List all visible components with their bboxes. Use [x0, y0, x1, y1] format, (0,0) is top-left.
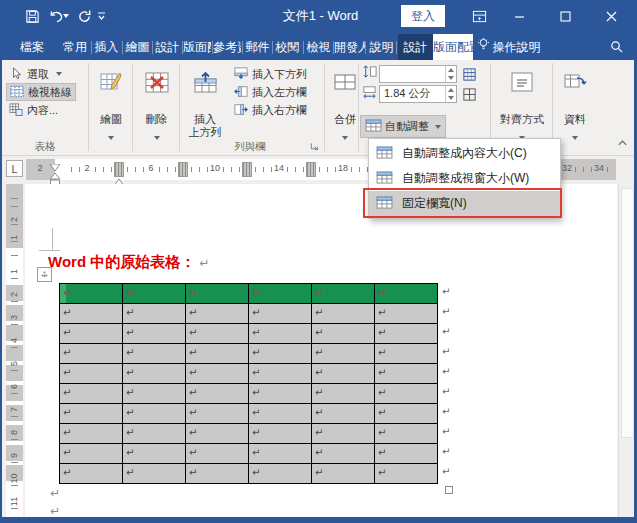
autofit-button[interactable]: 自動調整: [360, 115, 446, 138]
table-cell[interactable]: ↵: [186, 404, 249, 424]
table-cell[interactable]: ↵: [60, 424, 123, 444]
table-cell[interactable]: ↵: [312, 444, 375, 464]
table-cell[interactable]: ↵: [312, 384, 375, 404]
table-move-handle[interactable]: ↔↕: [37, 267, 52, 282]
data-button[interactable]: 資料: [555, 63, 595, 153]
scrollbar-thumb[interactable]: [621, 188, 634, 438]
customize-qat-caret[interactable]: [96, 7, 106, 25]
table-cell[interactable]: ↵: [186, 384, 249, 404]
vertical-ruler[interactable]: 211234567891011: [6, 184, 23, 517]
table-cell[interactable]: ↵: [312, 344, 375, 364]
table-cell[interactable]: ↵: [186, 444, 249, 464]
minimize-button[interactable]: [504, 0, 534, 32]
tab-操作說明[interactable]: 操作說明: [471, 34, 547, 60]
table-cell[interactable]: ↵: [249, 324, 312, 344]
insert-right-button[interactable]: 插入右方欄: [231, 101, 310, 119]
redo-icon[interactable]: [74, 7, 94, 25]
table-cell[interactable]: ↵: [60, 284, 123, 304]
tab-stop-selector[interactable]: L: [6, 160, 23, 177]
table-column-marker[interactable]: [306, 162, 316, 177]
distribute-rows-icon[interactable]: [460, 65, 478, 83]
sign-in-button[interactable]: 登入: [401, 5, 445, 27]
table-cell[interactable]: ↵: [249, 464, 312, 484]
table-cell[interactable]: ↵: [123, 384, 186, 404]
table-resize-handle[interactable]: [445, 486, 453, 494]
table-cell[interactable]: ↵: [123, 444, 186, 464]
tab-設計[interactable]: 設計: [153, 34, 182, 60]
save-icon[interactable]: [22, 7, 42, 25]
tab-繪圖[interactable]: 繪圖: [123, 34, 152, 60]
table-cell[interactable]: ↵: [60, 384, 123, 404]
table-cell[interactable]: ↵: [60, 444, 123, 464]
table-cell[interactable]: ↵: [60, 364, 123, 384]
table-cell[interactable]: ↵: [186, 324, 249, 344]
maximize-button[interactable]: [550, 0, 580, 32]
table-cell[interactable]: ↵: [375, 344, 438, 364]
vertical-scrollbar[interactable]: [618, 184, 636, 517]
row-height-spinner[interactable]: [445, 66, 456, 82]
table-cell[interactable]: ↵: [123, 344, 186, 364]
select-button[interactable]: 選取: [8, 65, 65, 83]
tab-檢視[interactable]: 檢視: [304, 34, 333, 60]
table-cell[interactable]: ↵: [375, 324, 438, 344]
table-column-marker[interactable]: [242, 162, 252, 177]
menu-item-2[interactable]: 自動調整成視窗大小(W): [369, 166, 560, 191]
draw-table-button[interactable]: 繪圖: [90, 63, 132, 153]
view-gridlines-button[interactable]: 檢視格線: [6, 83, 76, 101]
close-button[interactable]: [596, 0, 626, 32]
insert-below-button[interactable]: 插入下方列: [231, 65, 310, 83]
table-cell[interactable]: ↵: [312, 324, 375, 344]
table-cell[interactable]: ↵: [375, 464, 438, 484]
tab-參考資料[interactable]: 參考資料: [213, 34, 241, 60]
table-cell[interactable]: ↵: [375, 444, 438, 464]
tab-插入[interactable]: 插入: [92, 34, 121, 60]
table-cell[interactable]: ↵: [123, 424, 186, 444]
tab-常用[interactable]: 常用: [60, 34, 90, 60]
table-cell[interactable]: ↵: [249, 444, 312, 464]
table-cell[interactable]: ↵: [123, 464, 186, 484]
table-cell[interactable]: ↵: [249, 304, 312, 324]
tab-校閱[interactable]: 校閱: [273, 34, 302, 60]
table-cell[interactable]: ↵: [375, 364, 438, 384]
tab-設計[interactable]: 設計: [398, 34, 433, 60]
tab-版面配置[interactable]: 版面配置: [433, 34, 473, 60]
insert-left-button[interactable]: 插入左方欄: [231, 83, 310, 101]
table-cell[interactable]: ↵: [60, 404, 123, 424]
tab-郵件[interactable]: 郵件: [243, 34, 272, 60]
tab-版面配置[interactable]: 版面配置: [183, 34, 211, 60]
table-cell[interactable]: ↵: [60, 324, 123, 344]
table-cell[interactable]: ↵: [186, 344, 249, 364]
ribbon-display-options-icon[interactable]: [464, 0, 494, 32]
delete-button[interactable]: 刪除: [135, 63, 178, 153]
table-properties-button[interactable]: 內容...: [6, 101, 61, 119]
table-column-marker[interactable]: [178, 162, 188, 177]
table-cell[interactable]: ↵: [249, 424, 312, 444]
row-height-input[interactable]: [379, 65, 457, 83]
table-cell[interactable]: ↵: [375, 284, 438, 304]
rows-cols-dialog-launcher-icon[interactable]: [308, 140, 320, 152]
table-cell[interactable]: ↵: [186, 424, 249, 444]
table-cell[interactable]: ↵: [312, 284, 375, 304]
table-cell[interactable]: ↵: [123, 324, 186, 344]
table-cell[interactable]: ↵: [186, 284, 249, 304]
undo-dropdown-caret[interactable]: [62, 7, 70, 25]
table-cell[interactable]: ↵: [60, 464, 123, 484]
table-cell[interactable]: ↵: [312, 404, 375, 424]
column-width-input[interactable]: 1.84 公分: [379, 85, 457, 103]
tab-檔案[interactable]: 檔案: [16, 34, 48, 60]
table-cell[interactable]: ↵: [60, 304, 123, 324]
table-cell[interactable]: ↵: [312, 364, 375, 384]
table-cell[interactable]: ↵: [249, 284, 312, 304]
collapse-ribbon-icon[interactable]: [614, 136, 630, 150]
tab-說明[interactable]: 說明: [367, 34, 396, 60]
table-cell[interactable]: ↵: [312, 464, 375, 484]
table-cell[interactable]: ↵: [186, 364, 249, 384]
table-cell[interactable]: ↵: [249, 344, 312, 364]
table-cell[interactable]: ↵: [375, 404, 438, 424]
table-cell[interactable]: ↵: [375, 424, 438, 444]
table-cell[interactable]: ↵: [375, 304, 438, 324]
tab-開發人員[interactable]: 開發人員: [334, 34, 365, 60]
table-cell[interactable]: ↵: [186, 464, 249, 484]
table-cell[interactable]: ↵: [186, 304, 249, 324]
table-cell[interactable]: ↵: [249, 364, 312, 384]
